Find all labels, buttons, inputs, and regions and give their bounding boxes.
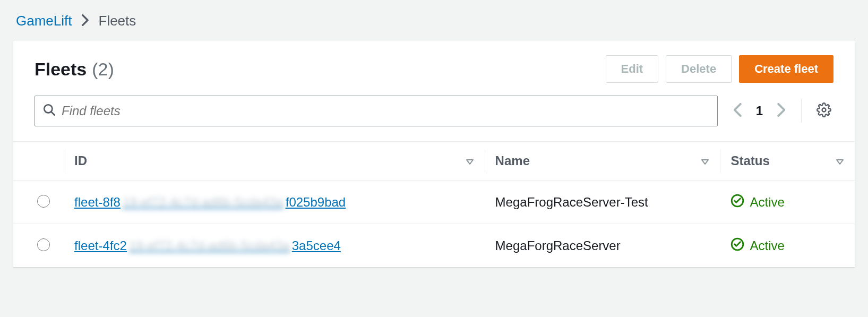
check-circle-icon (731, 237, 744, 254)
status-text: Active (750, 195, 784, 210)
search-input[interactable] (56, 101, 710, 121)
breadcrumb-root[interactable]: GameLift (16, 13, 72, 29)
column-header-name-label: Name (495, 153, 530, 168)
fleet-id-suffix: 3a5cee4 (292, 238, 341, 253)
fleet-id-link[interactable]: fleet-8f819-ef72-4c7d-ad6b-5cda43af025b9… (74, 195, 346, 209)
status-badge: Active (731, 237, 844, 254)
sort-icon (836, 153, 844, 168)
fleet-id-redacted: 19-ef72-4c7d-ad6b-5cda43a (121, 195, 286, 209)
column-header-id[interactable]: ID (64, 142, 485, 181)
fleets-panel: Fleets (2) Edit Delete Create fleet 1 (13, 40, 855, 268)
fleet-name-cell: MegaForgRaceServer (485, 224, 720, 268)
fleet-id-prefix: fleet-8f8 (74, 195, 121, 209)
check-circle-icon (731, 194, 744, 211)
breadcrumb-current: Fleets (99, 13, 136, 29)
divider (801, 99, 802, 123)
search-icon (42, 103, 56, 119)
status-badge: Active (731, 194, 844, 211)
row-select-radio[interactable] (37, 195, 50, 208)
panel-title-count: (2) (92, 59, 114, 80)
create-fleet-button[interactable]: Create fleet (739, 55, 833, 83)
column-header-status[interactable]: Status (720, 142, 855, 181)
status-text: Active (750, 238, 784, 253)
row-select-radio[interactable] (37, 238, 50, 251)
chevron-right-icon (82, 14, 89, 28)
sort-icon (701, 153, 709, 168)
sort-icon (466, 153, 474, 168)
fleet-name-cell: MegaFrogRaceServer-Test (485, 181, 720, 224)
panel-title-text: Fleets (35, 59, 87, 80)
delete-button[interactable]: Delete (666, 55, 732, 83)
fleets-table: ID Name (13, 142, 855, 267)
pager: 1 (731, 101, 788, 122)
search-box[interactable] (35, 96, 718, 126)
prev-page-button[interactable] (731, 101, 745, 122)
page-number: 1 (756, 104, 763, 118)
fleet-id-prefix: fleet-4fc2 (74, 238, 127, 253)
svg-point-2 (822, 108, 826, 112)
table-row: fleet-8f819-ef72-4c7d-ad6b-5cda43af025b9… (13, 181, 855, 224)
fleet-id-redacted: 19-ef72-4c7d-ad6b-5cda43a (127, 238, 292, 253)
settings-button[interactable] (814, 100, 833, 122)
next-page-button[interactable] (774, 101, 788, 122)
breadcrumb: GameLift Fleets (13, 13, 855, 29)
svg-line-1 (51, 112, 55, 115)
fleet-id-link[interactable]: fleet-4fc219-ef72-4c7d-ad6b-5cda43a3a5ce… (74, 238, 341, 253)
column-header-id-label: ID (74, 153, 87, 168)
column-header-name[interactable]: Name (485, 142, 720, 181)
edit-button[interactable]: Edit (606, 55, 659, 83)
panel-title: Fleets (2) (35, 59, 114, 80)
fleet-id-suffix: f025b9bad (286, 195, 346, 209)
table-row: fleet-4fc219-ef72-4c7d-ad6b-5cda43a3a5ce… (13, 224, 855, 268)
column-header-status-label: Status (731, 153, 769, 168)
